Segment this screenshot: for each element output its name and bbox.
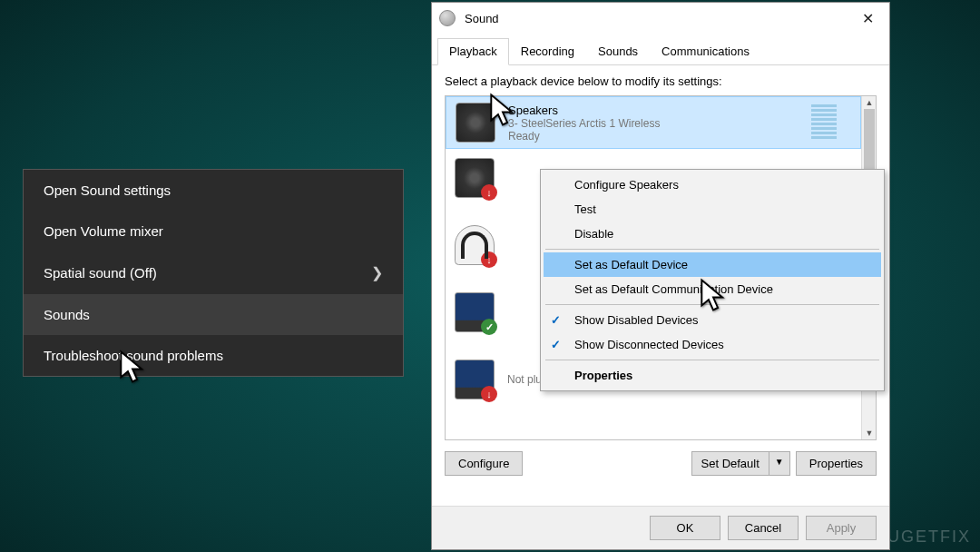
monitor-icon: ✓ (455, 292, 495, 332)
menu-separator (545, 360, 879, 360)
menu-item-open-volume-mixer[interactable]: Open Volume mixer (24, 211, 403, 251)
cursor-icon (118, 350, 147, 384)
close-button[interactable]: ✕ (846, 3, 889, 34)
button-label: Apply (827, 521, 857, 535)
cursor-icon (699, 278, 728, 312)
apply-button[interactable]: Apply (806, 516, 877, 540)
ctx-set-default-device[interactable]: Set as Default Device (544, 252, 881, 277)
menu-item-label: Show Disconnected Devices (574, 338, 724, 351)
device-desc: 3- SteelSeries Arctis 1 Wireless (508, 117, 660, 130)
watermark: UGETFIX (887, 527, 971, 547)
button-label: OK (677, 521, 694, 535)
ctx-disable[interactable]: Disable (544, 222, 881, 246)
tab-recording[interactable]: Recording (509, 38, 586, 65)
menu-item-label: Set as Default Communication Device (574, 282, 773, 296)
level-meter (811, 104, 837, 139)
check-icon: ✓ (551, 313, 561, 327)
ctx-show-disconnected[interactable]: ✓ Show Disconnected Devices (544, 332, 881, 357)
menu-item-label: Disable (574, 227, 613, 241)
menu-item-label: Open Volume mixer (44, 223, 163, 239)
ctx-properties[interactable]: Properties (544, 363, 881, 388)
menu-item-troubleshoot[interactable]: Troubleshoot sound problems (24, 335, 403, 376)
headphones-icon: ↓ (455, 225, 495, 265)
ok-button[interactable]: OK (650, 516, 720, 540)
tab-label: Communications (662, 44, 750, 58)
check-icon: ✓ (551, 338, 561, 351)
instruction-text: Select a playback device below to modify… (445, 74, 877, 88)
ctx-test[interactable]: Test (544, 197, 881, 222)
close-icon: ✕ (862, 10, 874, 27)
cancel-button[interactable]: Cancel (728, 516, 799, 540)
dialog-buttons: OK Cancel Apply (432, 506, 889, 549)
tab-label: Playback (449, 44, 497, 58)
menu-item-label: Configure Speakers (574, 178, 679, 192)
button-label: Properties (809, 457, 863, 470)
tab-label: Recording (521, 44, 574, 58)
button-label: Cancel (745, 521, 781, 535)
tab-sounds[interactable]: Sounds (586, 38, 650, 65)
menu-item-label: Properties (574, 369, 632, 382)
tab-playback[interactable]: Playback (437, 38, 509, 65)
menu-item-label: Open Sound settings (44, 182, 171, 198)
menu-item-sounds[interactable]: Sounds (24, 294, 403, 335)
titlebar: Sound ✕ (432, 3, 889, 34)
set-default-button[interactable]: Set Default ▼ (691, 451, 790, 476)
menu-item-label: Set as Default Device (574, 258, 688, 271)
default-badge-icon: ✓ (481, 319, 497, 335)
button-label: Set Default (692, 452, 769, 475)
menu-item-label: Show Disabled Devices (574, 313, 699, 327)
cursor-icon (488, 93, 517, 127)
device-name: Speakers (508, 104, 660, 117)
tab-label: Sounds (598, 44, 638, 58)
monitor-icon: ↓ (455, 360, 495, 399)
properties-button[interactable]: Properties (796, 451, 877, 476)
menu-separator (545, 249, 879, 250)
speaker-icon: ↓ (455, 158, 495, 198)
menu-item-label: Test (574, 202, 596, 216)
disconnected-badge-icon: ↓ (481, 386, 497, 402)
tab-communications[interactable]: Communications (650, 38, 761, 65)
device-status: Ready (508, 130, 660, 143)
scroll-down-icon[interactable]: ▼ (862, 427, 877, 439)
disconnected-badge-icon: ↓ (481, 251, 497, 268)
system-tray-sound-menu: Open Sound settings Open Volume mixer Sp… (23, 169, 404, 377)
tab-strip: Playback Recording Sounds Communications (432, 37, 889, 65)
menu-item-label: Sounds (44, 307, 90, 322)
sound-icon (439, 10, 456, 26)
configure-button[interactable]: Configure (445, 451, 523, 476)
chevron-right-icon: ❯ (371, 264, 383, 281)
chevron-down-icon[interactable]: ▼ (769, 452, 789, 475)
menu-item-spatial-sound[interactable]: Spatial sound (Off) ❯ (24, 251, 403, 294)
scroll-up-icon[interactable]: ▲ (862, 96, 877, 109)
disconnected-badge-icon: ↓ (481, 184, 497, 201)
ctx-configure-speakers[interactable]: Configure Speakers (544, 172, 881, 197)
menu-item-open-sound-settings[interactable]: Open Sound settings (24, 170, 403, 211)
button-label: Configure (458, 457, 509, 470)
window-title: Sound (465, 12, 499, 25)
menu-item-label: Spatial sound (Off) (44, 265, 157, 281)
